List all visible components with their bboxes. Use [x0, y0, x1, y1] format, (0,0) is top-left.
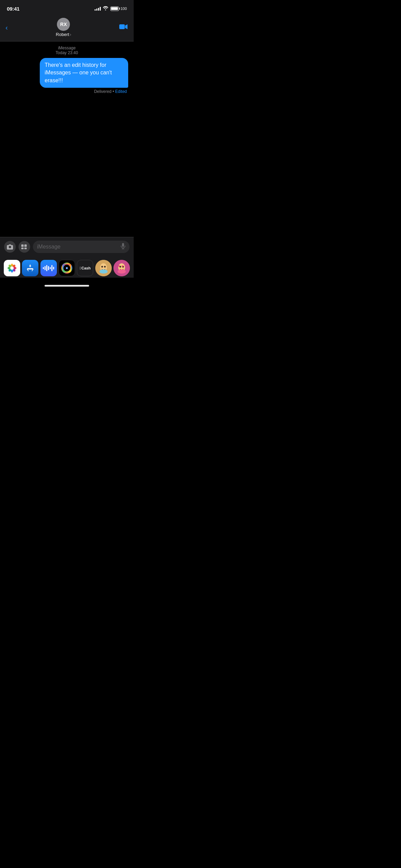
svg-rect-5: [122, 243, 124, 247]
signal-icon: [95, 7, 101, 11]
back-button[interactable]: ‹: [5, 24, 8, 31]
app-dock:  Cash: [0, 256, 134, 278]
battery-icon: 100: [110, 7, 127, 11]
apps-icon: [21, 244, 27, 249]
svg-point-16: [10, 266, 14, 270]
svg-point-18: [66, 268, 67, 269]
message-input-field[interactable]: iMessage: [33, 241, 130, 253]
memoji1-app-icon[interactable]: [95, 260, 112, 276]
findmy-app-icon[interactable]: [59, 260, 75, 276]
svg-rect-3: [21, 248, 24, 249]
apps-button[interactable]: [19, 241, 30, 253]
input-placeholder: iMessage: [37, 244, 60, 250]
apple-logo-icon: : [80, 266, 81, 270]
battery-level: 100: [121, 7, 127, 11]
message-status: Delivered • Edited: [5, 89, 127, 94]
status-time: 09:41: [7, 6, 20, 12]
edited-button[interactable]: Edited: [115, 89, 127, 94]
svg-rect-0: [119, 24, 125, 29]
bottom-bar: iMessage: [0, 237, 134, 256]
appcash-app-icon[interactable]:  Cash: [77, 260, 93, 276]
timestamp-label: iMessage Today 23:40: [5, 46, 128, 55]
screen: 09:41 100: [0, 0, 134, 289]
appstore-icon: [25, 263, 35, 273]
microphone-button[interactable]: [121, 243, 125, 251]
status-dot: •: [112, 89, 114, 94]
findmy-ring-icon: [61, 263, 72, 274]
video-call-button[interactable]: [119, 23, 128, 32]
camera-icon: [7, 244, 13, 250]
contact-name: Robert ›: [56, 32, 71, 37]
input-row: iMessage: [4, 241, 130, 253]
delivered-label: Delivered: [94, 89, 111, 94]
contact-info[interactable]: RX Robert ›: [56, 18, 71, 37]
status-bar: 09:41 100: [0, 0, 134, 15]
photos-app-icon[interactable]: [4, 260, 20, 276]
avatar: RX: [57, 18, 70, 31]
messages-area: iMessage Today 23:40 There's an edit his…: [0, 41, 134, 237]
soundwave-icon: [43, 265, 54, 272]
soundboard-app-icon[interactable]: [40, 260, 57, 276]
appstore-app-icon[interactable]: [22, 260, 38, 276]
home-bar: [45, 285, 89, 287]
svg-point-21: [101, 266, 103, 268]
contact-name-chevron-icon: ›: [70, 32, 71, 37]
nav-bar: ‹ RX Robert ›: [0, 15, 134, 41]
appcash-label: Cash: [81, 266, 90, 270]
svg-point-22: [104, 266, 106, 268]
svg-rect-2: [24, 244, 27, 247]
home-indicator: [0, 278, 134, 289]
message-bubble[interactable]: There's an edit history for iMessages — …: [40, 58, 128, 88]
svg-rect-1: [21, 244, 24, 247]
back-chevron-icon: ‹: [5, 24, 8, 31]
wifi-icon: [103, 6, 108, 11]
memoji2-app-icon[interactable]: [113, 260, 130, 276]
message-row: There's an edit history for iMessages — …: [5, 58, 128, 88]
camera-button[interactable]: [4, 241, 16, 253]
status-icons: 100: [95, 6, 127, 11]
svg-rect-4: [24, 248, 27, 249]
svg-point-23: [99, 269, 108, 274]
svg-point-28: [118, 269, 126, 274]
